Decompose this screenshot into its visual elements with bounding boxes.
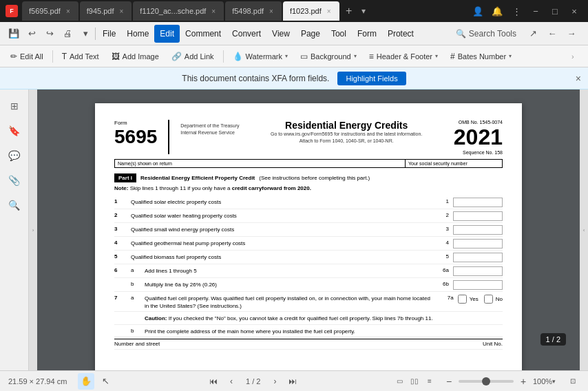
menu-icon[interactable]: ⋮ (508, 3, 525, 19)
tab-close-f1120[interactable]: × (210, 7, 217, 16)
sidebar-attachments-icon[interactable]: 📎 (3, 169, 25, 191)
menu-home[interactable]: Home (121, 25, 154, 43)
line-item-address: Number and street Unit No. (114, 337, 503, 350)
tab-overflow-button[interactable]: ▾ (359, 6, 368, 16)
new-tab-button[interactable]: + (341, 3, 357, 19)
add-image-button[interactable]: 🖼 Add Image (107, 48, 164, 65)
line-box-1[interactable] (453, 198, 503, 207)
minimize-button[interactable]: − (527, 3, 544, 19)
add-link-button[interactable]: 🔗 Add Link (167, 48, 219, 65)
note-bold: Note: (114, 185, 128, 191)
scroll-view-button[interactable]: ≡ (423, 374, 437, 388)
form-subtitle1: Go to www.irs.gov/Form5695 for instructi… (253, 131, 440, 138)
line-box-6a[interactable] (453, 266, 503, 276)
form-title: Residential Energy Credits (253, 120, 440, 131)
toolbar-more-button[interactable]: › (571, 52, 582, 61)
zoom-dropdown-arrow[interactable]: ▾ (552, 378, 556, 385)
line-box-3[interactable] (453, 225, 503, 235)
line-num-5: 5 (114, 252, 127, 260)
single-page-view-button[interactable]: ▭ (392, 374, 406, 388)
left-collapse-handle[interactable]: › (29, 89, 37, 370)
header-footer-icon: ≡ (369, 52, 374, 61)
zoom-out-button[interactable]: − (442, 374, 456, 388)
edit-all-button[interactable]: ✏ Edit All (6, 48, 48, 65)
sidebar-comments-icon[interactable]: 💬 (3, 145, 25, 167)
form-omb-area: OMB No. 1545-0074 2021 Sequence No. 158 (454, 120, 503, 155)
menu-view[interactable]: View (266, 25, 295, 43)
tab-f1023[interactable]: f1023.pdf × (283, 1, 339, 21)
menu-page[interactable]: Page (295, 25, 326, 43)
search-icon: 🔍 (456, 29, 466, 39)
line-desc-7a: Qualified fuel cell property. Was qualif… (145, 293, 433, 310)
menu-protect[interactable]: Protect (382, 25, 419, 43)
pdf-viewer[interactable]: Form 5695 Department of the TreasuryInte… (37, 89, 580, 370)
background-dropdown-icon: ▾ (354, 53, 357, 59)
background-button[interactable]: ▭ Background ▾ (295, 48, 361, 65)
zoom-slider[interactable] (459, 380, 514, 383)
yes-no-area: Yes No (458, 295, 503, 304)
menu-convert[interactable]: Convert (227, 25, 266, 43)
notification-icon[interactable]: 🔔 (489, 3, 505, 19)
line-box-6b[interactable] (453, 280, 503, 290)
line-num-7b-empty (114, 326, 127, 328)
close-button[interactable]: × (566, 3, 582, 19)
no-checkbox[interactable] (484, 295, 493, 304)
next-page-button[interactable]: › (267, 374, 282, 389)
last-page-button[interactable]: ⏭ (285, 374, 300, 389)
header-footer-button[interactable]: ≡ Header & Footer ▾ (364, 48, 443, 65)
sidebar-search-icon[interactable]: 🔍 (3, 194, 25, 216)
page-indicator: 1 / 2 (242, 377, 264, 385)
line-box-4[interactable] (453, 239, 503, 249)
external-link-icon[interactable]: ↗ (525, 25, 541, 42)
tab-label: f5695.pdf (29, 7, 61, 15)
tab-close-f5498[interactable]: × (268, 7, 275, 16)
hand-tool-button[interactable]: ✋ (78, 373, 94, 390)
watermark-button[interactable]: 💧 Watermark ▾ (228, 48, 293, 65)
tab-f5695[interactable]: f5695.pdf × (22, 1, 78, 21)
zoom-in-button[interactable]: + (516, 374, 530, 388)
profile-icon[interactable]: 👤 (470, 3, 486, 19)
unit-no-label: Unit No. (483, 341, 503, 347)
tab-close-f5695[interactable]: × (65, 7, 72, 16)
double-page-view-button[interactable]: ▯▯ (408, 374, 421, 388)
back-icon[interactable]: ← (544, 25, 560, 42)
forward-icon[interactable]: → (563, 25, 580, 42)
menu-edit[interactable]: Edit (154, 25, 180, 43)
tab-f945[interactable]: f945.pdf × (80, 1, 132, 21)
print-icon[interactable]: 🖨 (59, 25, 76, 42)
save-icon[interactable]: 💾 (6, 25, 22, 42)
tab-close-f945[interactable]: × (118, 7, 125, 16)
add-text-icon: T (62, 52, 67, 61)
line-ref-1: 1 (432, 197, 449, 204)
tab-close-f1023[interactable]: × (326, 7, 333, 16)
bates-number-icon: # (450, 52, 455, 61)
menu-tool[interactable]: Tool (326, 25, 352, 43)
menu-comment[interactable]: Comment (180, 25, 227, 43)
line-box-2[interactable] (453, 211, 503, 221)
add-text-button[interactable]: T Add Text (57, 48, 104, 65)
form-note: Note: Skip lines 1 through 11 if you onl… (114, 185, 503, 191)
bates-number-button[interactable]: # Bates Number ▾ (445, 48, 516, 65)
sidebar-pages-icon[interactable]: ⊞ (3, 95, 25, 117)
sidebar-bookmarks-icon[interactable]: 🔖 (3, 120, 25, 142)
redo-icon[interactable]: ↪ (41, 25, 58, 42)
fit-page-button[interactable]: ⊡ (566, 374, 580, 388)
right-collapse-handle[interactable]: ‹ (580, 89, 588, 370)
tab-f1120[interactable]: f1120_ac...sche.pdf × (133, 1, 224, 21)
menu-file[interactable]: File (97, 25, 121, 43)
xfa-close-button[interactable]: × (576, 73, 581, 84)
search-tools-button[interactable]: 🔍 Search Tools (450, 27, 522, 41)
undo-icon[interactable]: ↩ (23, 25, 40, 42)
prev-page-button[interactable]: ‹ (224, 374, 239, 389)
tab-f5498[interactable]: f5498.pdf × (225, 1, 282, 21)
maximize-button[interactable]: □ (547, 3, 563, 19)
select-tool-button[interactable]: ↖ (97, 373, 114, 390)
first-page-button[interactable]: ⏮ (206, 374, 221, 389)
highlight-fields-button[interactable]: Highlight Fields (337, 72, 406, 85)
line-box-5[interactable] (453, 253, 503, 262)
dropdown-icon[interactable]: ▾ (77, 25, 94, 42)
menu-form[interactable]: Form (352, 25, 382, 43)
yes-checkbox[interactable] (458, 295, 467, 304)
line-num-6: 6 (114, 266, 127, 273)
edit-all-label: Edit All (20, 52, 43, 61)
